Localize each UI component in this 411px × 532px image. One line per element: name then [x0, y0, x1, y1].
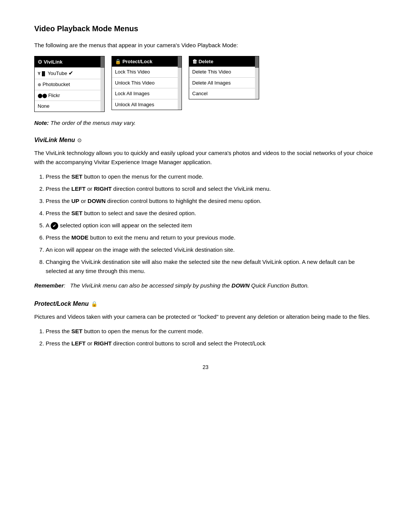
vivilink-scroll-thumb	[100, 56, 104, 68]
delete-all-images-label: Delete All Images	[192, 80, 231, 86]
protect-lock-body: Pictures and Videos taken with your came…	[34, 312, 377, 321]
protect-lock-title-icon: 🔒	[91, 300, 97, 308]
note-content: The order of the menus may vary.	[51, 120, 136, 126]
protect-lock-row-2: Unlock This Video	[112, 78, 178, 89]
youtube-row-icon: Y▐▌	[38, 71, 46, 76]
vivilink-step-3: Press the UP or DOWN direction control b…	[46, 197, 377, 206]
youtube-row-label: YouTube	[48, 70, 67, 76]
protect-lock-step-2: Press the LEFT or RIGHT direction contro…	[46, 339, 377, 348]
protect-lock-menu-header: 🔒 Protect/Lock	[112, 56, 178, 67]
unlock-this-video-label: Unlock This Video	[115, 80, 155, 86]
vivilink-remember: Remember: The ViviLink menu can also be …	[34, 281, 377, 290]
protect-lock-scrollbar	[178, 56, 182, 110]
delete-scroll-thumb	[255, 56, 259, 68]
vivilink-row-flickr: ⬤⬤ Flickr	[35, 90, 100, 101]
protect-lock-title-text: Protect/Lock Menu	[34, 299, 89, 308]
protect-lock-steps-list: Press the SET button to open the menus f…	[46, 327, 377, 348]
vivilink-steps-list: Press the SET button to open the menus f…	[46, 172, 377, 276]
checkmark-icon: ✔	[51, 222, 58, 230]
vivilink-row-photobucket: ⊛ Photobucket	[35, 79, 100, 90]
note-label: Note:	[34, 120, 49, 126]
photobucket-row-icon: ⊛	[38, 82, 41, 87]
note-text: Note: The order of the menus may vary.	[34, 119, 377, 128]
vivilink-step-1: Press the SET button to open the menus f…	[46, 172, 377, 181]
vivilink-step-6: Press the MODE button to exit the menu a…	[46, 233, 377, 242]
menu-diagrams: ⊙ ViviLink Y▐▌ YouTube ✔ ⊛ Photobucket ⬤…	[34, 56, 377, 112]
lock-this-video-label: Lock This Video	[115, 69, 150, 75]
trash-menu-icon: 🗑	[192, 59, 197, 64]
vivilink-section-title: ViviLink Menu ⊙	[34, 136, 377, 145]
vivilink-scrollbar	[100, 56, 104, 112]
delete-menu-title: Delete	[199, 59, 213, 64]
delete-row-2: Delete All Images	[189, 78, 255, 89]
vivilink-row-youtube: Y▐▌ YouTube ✔	[35, 67, 100, 80]
vivilink-step-7: An icon will appear on the image with th…	[46, 245, 377, 254]
vivilink-step-4: Press the SET button to select and save …	[46, 209, 377, 218]
vivilink-menu-title: ViviLink	[44, 59, 63, 65]
vivilink-step-2: Press the LEFT or RIGHT direction contro…	[46, 184, 377, 193]
none-row-label: None	[38, 103, 49, 109]
vivilink-title-text: ViviLink Menu	[34, 136, 75, 145]
protect-lock-step-1: Press the SET button to open the menus f…	[46, 327, 377, 336]
vivilink-step-8: Changing the ViviLink destination site w…	[46, 257, 377, 276]
protect-lock-section: Protect/Lock Menu 🔒 Pictures and Videos …	[34, 299, 377, 348]
vivilink-body: The ViviLink technology allows you to qu…	[34, 149, 377, 167]
vivilink-row-none: None	[35, 101, 100, 112]
delete-row-1: Delete This Video	[189, 67, 255, 78]
lock-all-images-label: Lock All Images	[115, 91, 150, 96]
intro-text: The following are the menus that appear …	[34, 41, 377, 50]
photobucket-row-label: Photobucket	[43, 81, 70, 87]
delete-scrollbar	[255, 56, 259, 99]
delete-menu-header: 🗑 Delete	[189, 56, 255, 67]
delete-menu-box: 🗑 Delete Delete This Video Delete All Im…	[189, 56, 259, 99]
delete-row-3: Cancel	[189, 88, 255, 99]
page-title: Video Playback Mode Menus	[34, 23, 377, 34]
protect-lock-menu-title: Protect/Lock	[123, 59, 153, 64]
vivilink-section: ViviLink Menu ⊙ The ViviLink technology …	[34, 136, 377, 290]
youtube-check-icon: ✔	[68, 70, 73, 76]
protect-lock-menu-box: 🔒 Protect/Lock Lock This Video Unlock Th…	[112, 56, 182, 110]
flickr-row-icon: ⬤⬤	[38, 93, 47, 98]
protect-lock-row-1: Lock This Video	[112, 67, 178, 78]
vivilink-menu-icon: ⊙	[38, 59, 42, 65]
vivilink-title-icon: ⊙	[77, 136, 82, 144]
flickr-row-label: Flickr	[48, 93, 60, 98]
vivilink-step-5: A ✔ selected option icon will appear on …	[46, 221, 377, 230]
protect-lock-section-title: Protect/Lock Menu 🔒	[34, 299, 377, 308]
protect-lock-scroll-thumb	[178, 56, 182, 68]
cancel-label: Cancel	[192, 91, 207, 96]
vivilink-menu-box: ⊙ ViviLink Y▐▌ YouTube ✔ ⊛ Photobucket ⬤…	[34, 56, 105, 112]
delete-this-video-label: Delete This Video	[192, 69, 231, 75]
unlock-all-images-label: Unlock All Images	[115, 102, 154, 107]
page-number: 23	[34, 363, 377, 371]
lock-menu-icon: 🔒	[115, 59, 121, 64]
protect-lock-row-4: Unlock All Images	[112, 99, 178, 110]
protect-lock-row-3: Lock All Images	[112, 88, 178, 99]
vivilink-menu-header: ⊙ ViviLink	[35, 56, 100, 67]
